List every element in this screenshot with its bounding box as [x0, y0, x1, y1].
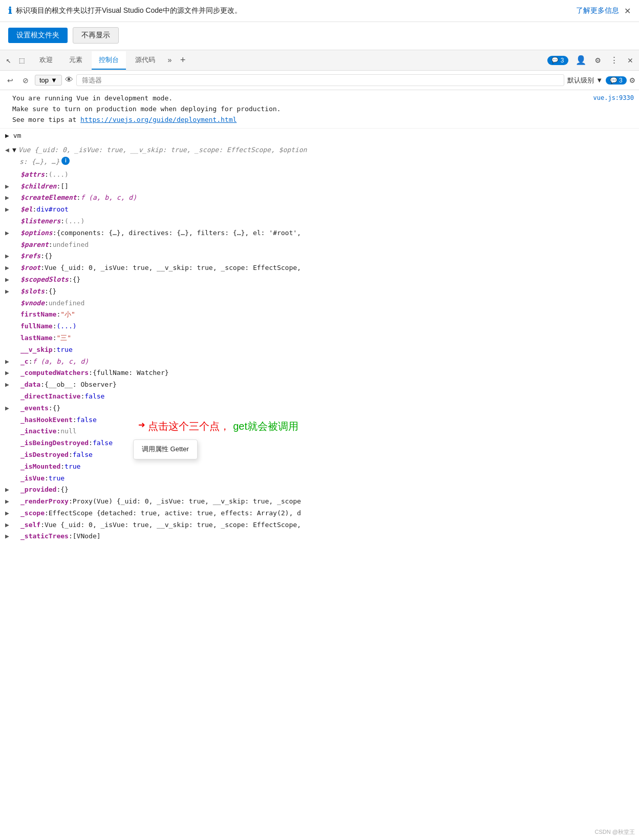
tree-row: lastName: "三" — [0, 332, 639, 344]
tree-row[interactable]: ▶_staticTrees: [VNode] — [0, 531, 639, 542]
prop-key: _isBeingDestroyed — [20, 438, 89, 449]
console-gear-icon[interactable]: ⚙ — [630, 75, 635, 86]
tab-elements[interactable]: 元素 — [62, 51, 90, 70]
vm-row[interactable]: ▶ vm — [0, 129, 639, 143]
tab-welcome[interactable]: 欢迎 — [32, 51, 60, 70]
prop-sep: : — [49, 240, 53, 250]
more-options-icon[interactable]: ⋮ — [608, 53, 621, 68]
info-banner: ℹ 标识项目的根文件夹以打开Visual Studio Code中的源文件并同步… — [0, 0, 639, 22]
tree-row-arrow — [5, 426, 12, 437]
tree-row-arrow — [5, 216, 12, 227]
properties-list: $attrs: (...)▶$children: []▶$createEleme… — [0, 169, 639, 543]
eye-icon[interactable]: 👁 — [65, 75, 73, 85]
prop-key: _directInactive — [20, 391, 80, 402]
close-banner-button[interactable]: ✕ — [624, 6, 631, 16]
badge-icon: 💬 — [551, 57, 559, 64]
tree-row[interactable]: ▶_scope: EffectScope {detached: true, ac… — [0, 508, 639, 519]
prop-key: $attrs — [20, 170, 45, 180]
prop-val: {} — [73, 275, 81, 285]
tree-row[interactable]: ▶_self: Vue {_uid: 0, _isVue: true, __v_… — [0, 519, 639, 531]
tree-row[interactable]: ▶$createElement: f (a, b, c, d) — [0, 192, 639, 204]
add-tab-button[interactable]: + — [177, 53, 189, 68]
vue-object-tree: ◀ ▼ Vue {_uid: 0, _isVue: true, __v_skip… — [0, 143, 639, 169]
tree-row-arrow[interactable]: ▶ — [5, 275, 12, 285]
tree-row-arrow[interactable]: ▶ — [5, 508, 12, 519]
clear-console-button[interactable]: ↩ — [4, 75, 16, 86]
prop-sep: : — [56, 485, 60, 495]
person-icon[interactable]: 👤 — [573, 53, 588, 68]
console-content: vue.js:9330 You are running Vue in devel… — [0, 90, 639, 542]
ban-button[interactable]: ⊘ — [19, 75, 32, 86]
tree-row-arrow[interactable]: ▶ — [5, 181, 12, 192]
prop-sep: : — [29, 356, 33, 367]
inspect-icon[interactable]: ⬚ — [17, 53, 27, 68]
prop-key: _isMounted — [20, 461, 60, 472]
tree-row[interactable]: ▶$el: div#root — [0, 204, 639, 216]
tree-row: _directInactive: false — [0, 391, 639, 403]
tree-row[interactable]: ▶_data: {__ob__: Observer} — [0, 379, 639, 391]
tab-sources[interactable]: 源代码 — [128, 51, 162, 70]
tree-row-arrow[interactable]: ▶ — [5, 356, 12, 367]
tree-row: _isBeingDestroyed: false — [0, 437, 639, 449]
prop-sep: : — [77, 193, 81, 203]
console-badge-icon: 💬 — [610, 77, 617, 84]
tree-row[interactable]: ▶$children: [] — [0, 181, 639, 193]
tree-row-arrow[interactable]: ▶ — [5, 485, 12, 495]
prop-val: true — [56, 345, 72, 355]
prop-sep: : — [56, 426, 60, 437]
vue-object-header[interactable]: ◀ ▼ Vue {_uid: 0, _isVue: true, __v_skip… — [0, 144, 639, 156]
tree-row: _isMounted: true — [0, 461, 639, 473]
settings-icon[interactable]: ⚙ — [593, 53, 603, 68]
tree-row-arrow[interactable]: ▶ — [5, 193, 12, 203]
set-root-button[interactable]: 设置根文件夹 — [8, 28, 68, 43]
console-badge[interactable]: 💬 3 — [606, 76, 627, 85]
tree-row-arrow[interactable]: ▶ — [5, 263, 12, 274]
tree-row-arrow[interactable]: ▶ — [5, 368, 12, 379]
tree-row-arrow[interactable]: ▶ — [5, 228, 12, 239]
context-select[interactable]: top ▼ — [35, 75, 62, 86]
vue-file-link[interactable]: vue.js:9330 — [593, 93, 634, 103]
prop-key: _provided — [20, 485, 56, 495]
tree-row[interactable]: ▶$refs: {} — [0, 250, 639, 262]
tree-row-arrow[interactable]: ▶ — [5, 251, 12, 262]
tree-row[interactable]: ▶_computedWatchers: {fullName: Watcher} — [0, 367, 639, 379]
tree-row[interactable]: ▶$scopedSlots: {} — [0, 274, 639, 286]
tree-row-arrow[interactable]: ▶ — [5, 520, 12, 531]
prop-sep: : — [53, 345, 57, 355]
info-icon: ℹ — [8, 5, 12, 16]
close-devtools-button[interactable]: ✕ — [626, 53, 635, 68]
tree-row[interactable]: ▶_provided: {} — [0, 484, 639, 496]
collapse-arrow[interactable]: ◀ — [5, 145, 12, 156]
tree-row[interactable]: ▶_c: f (a, b, c, d) — [0, 356, 639, 368]
tree-row-arrow — [5, 461, 12, 472]
tree-row[interactable]: ▶_events: {} — [0, 403, 639, 414]
learn-more-link[interactable]: 了解更多信息 — [576, 6, 619, 15]
tree-row-arrow[interactable]: ▶ — [5, 204, 12, 215]
tree-row[interactable]: ▶_renderProxy: Proxy(Vue) {_uid: 0, _isV… — [0, 496, 639, 508]
pointer-icon[interactable]: ↖ — [4, 53, 13, 68]
prop-sep: : — [89, 438, 93, 449]
tree-row-arrow[interactable]: ▶ — [5, 496, 12, 507]
tab-console[interactable]: 控制台 — [92, 51, 126, 70]
tree-row-arrow[interactable]: ▶ — [5, 531, 12, 542]
tree-row[interactable]: ▶$options: {components: {…}, directives:… — [0, 227, 639, 239]
log-level-select[interactable]: 默认级别 ▼ — [567, 76, 603, 85]
prop-val[interactable]: (...) — [56, 321, 76, 332]
prop-sep: : — [45, 508, 49, 519]
tree-row: firstName: "小" — [0, 309, 639, 321]
tree-row-arrow[interactable]: ▶ — [5, 380, 12, 390]
prop-key: _isDestroyed — [20, 450, 69, 460]
no-show-button[interactable]: 不再显示 — [73, 27, 119, 44]
console-toolbar: ↩ ⊘ top ▼ 👁 默认级别 ▼ 💬 3 ⚙ — [0, 71, 639, 90]
tree-row-arrow[interactable]: ▶ — [5, 286, 12, 297]
tree-row[interactable]: ▶$root: Vue {_uid: 0, _isVue: true, __v_… — [0, 262, 639, 274]
prop-sep: : — [56, 309, 60, 320]
tree-row[interactable]: ▶$slots: {} — [0, 286, 639, 298]
more-tabs-button[interactable]: » — [164, 54, 175, 67]
messages-badge[interactable]: 💬 3 — [547, 56, 568, 65]
filter-input[interactable] — [76, 74, 564, 86]
tree-row-arrow[interactable]: ▶ — [5, 403, 12, 414]
prop-val: f (a, b, c, d) — [80, 193, 137, 203]
deployment-link[interactable]: https://vuejs.org/guide/deployment.html — [80, 116, 237, 123]
info-badge[interactable]: i — [61, 157, 70, 165]
